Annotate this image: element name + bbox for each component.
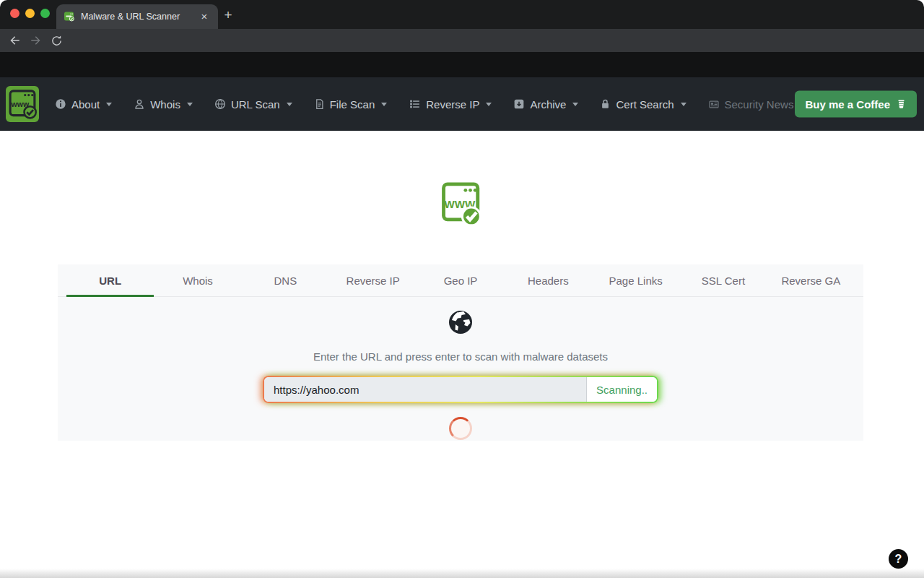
forward-button[interactable] — [27, 32, 45, 49]
brand-logo[interactable]: www — [6, 86, 39, 122]
tab-label: SSL Cert — [702, 275, 745, 287]
nav-item-label: About — [71, 98, 100, 111]
chevron-down-icon — [681, 103, 687, 106]
extension-navbar: www About Whois — [0, 77, 924, 131]
nav-item-file-scan[interactable]: File Scan — [314, 98, 388, 111]
minimize-window-button[interactable] — [25, 9, 35, 18]
nav-item-about[interactable]: About — [55, 98, 112, 111]
nav-item-label: URL Scan — [231, 98, 280, 111]
tab-reverse-ip[interactable]: Reverse IP — [329, 264, 417, 296]
url-input[interactable] — [264, 377, 586, 402]
nav-item-label: Archive — [530, 98, 566, 111]
browser-tab[interactable]: Malware & URL Scanner × — [56, 4, 218, 29]
tab-headers[interactable]: Headers — [505, 264, 592, 296]
tab-label: Page Links — [609, 275, 663, 287]
tab-strip: Malware & URL Scanner × + — [0, 0, 924, 29]
scan-input-glow: Scanning.. — [263, 376, 658, 403]
tab-label: Reverse IP — [346, 275, 400, 287]
nav-item-label: Security News — [725, 98, 794, 111]
tab-label: Whois — [183, 275, 213, 287]
chevron-down-icon — [572, 103, 578, 106]
nav-item-label: Reverse IP — [426, 98, 479, 111]
zoom-window-button[interactable] — [40, 9, 50, 18]
browser-window: Malware & URL Scanner × + M — [0, 0, 924, 578]
reload-icon — [51, 35, 63, 47]
lock-icon — [600, 98, 611, 110]
tab-label: Geo IP — [444, 275, 478, 287]
nav-item-label: File Scan — [330, 98, 375, 111]
help-button[interactable]: ? — [889, 549, 908, 569]
nav-item-security-news[interactable]: Security News — [708, 98, 794, 111]
active-tab-underline — [66, 295, 154, 297]
scanning-button[interactable]: Scanning.. — [586, 377, 657, 402]
globe-icon — [214, 98, 226, 110]
buy-coffee-label: Buy me a Coffee — [805, 98, 890, 111]
nav-item-reverse-ip[interactable]: Reverse IP — [409, 98, 492, 111]
list-icon — [409, 98, 421, 110]
loading-spinner — [449, 417, 472, 440]
buy-coffee-button[interactable]: Buy me a Coffee — [795, 91, 917, 118]
tab-dns[interactable]: DNS — [242, 264, 329, 296]
scan-instruction: Enter the URL and press enter to scan wi… — [58, 350, 863, 363]
archive-icon — [513, 98, 525, 110]
info-icon — [55, 98, 66, 110]
nav-item-url-scan[interactable]: URL Scan — [214, 98, 292, 111]
browser-toolbar: Malware & URL Scanner chrome-extension:/… — [0, 29, 924, 52]
file-icon — [314, 98, 325, 110]
tab-label: URL — [99, 275, 121, 287]
window-controls — [10, 9, 50, 18]
tab-label: DNS — [274, 275, 297, 287]
tab-geo-ip[interactable]: Geo IP — [417, 264, 504, 296]
tab-whois[interactable]: Whois — [154, 264, 241, 296]
scan-input-group: Scanning.. — [264, 377, 657, 402]
nav-item-label: Cert Search — [616, 98, 674, 111]
tab-label: Headers — [528, 275, 569, 287]
globe-graphic-icon — [448, 309, 474, 335]
tab-reverse-ga[interactable]: Reverse GA — [767, 264, 855, 296]
reload-button[interactable] — [48, 32, 65, 49]
tab-title: Malware & URL Scanner — [81, 12, 192, 22]
tab-ssl-cert[interactable]: SSL Cert — [679, 264, 767, 296]
back-button[interactable] — [6, 32, 23, 49]
chevron-down-icon — [287, 103, 292, 106]
scanner-tabs: URL Whois DNS Reverse IP Geo IP Headers … — [58, 264, 863, 297]
globe-graphic-wrap — [58, 309, 863, 335]
nav-item-label: Whois — [150, 98, 180, 111]
forward-icon — [30, 34, 43, 47]
tab-url[interactable]: URL — [66, 264, 154, 296]
chevron-down-icon — [381, 103, 387, 106]
page-logo: WWW — [441, 181, 482, 228]
coffee-cup-icon — [896, 98, 907, 111]
back-icon — [8, 34, 21, 47]
chevron-down-icon — [106, 103, 112, 106]
news-icon — [708, 99, 720, 110]
chevron-down-icon — [486, 103, 492, 106]
tab-favicon — [64, 11, 75, 22]
page-top-strip — [0, 52, 924, 77]
chevron-down-icon — [187, 103, 193, 106]
person-icon — [134, 98, 145, 110]
close-window-button[interactable] — [10, 9, 19, 18]
tab-page-links[interactable]: Page Links — [592, 264, 679, 296]
close-tab-icon[interactable]: × — [198, 10, 211, 23]
nav-item-whois[interactable]: Whois — [134, 98, 193, 111]
scanner-card: URL Whois DNS Reverse IP Geo IP Headers … — [58, 264, 863, 441]
new-tab-button[interactable]: + — [221, 8, 235, 22]
navbar-menu: About Whois URL Scan — [55, 98, 793, 111]
nav-item-archive[interactable]: Archive — [513, 98, 578, 111]
tab-label: Reverse GA — [781, 275, 840, 287]
bottom-shadow — [0, 569, 924, 578]
nav-item-cert-search[interactable]: Cert Search — [600, 98, 686, 111]
